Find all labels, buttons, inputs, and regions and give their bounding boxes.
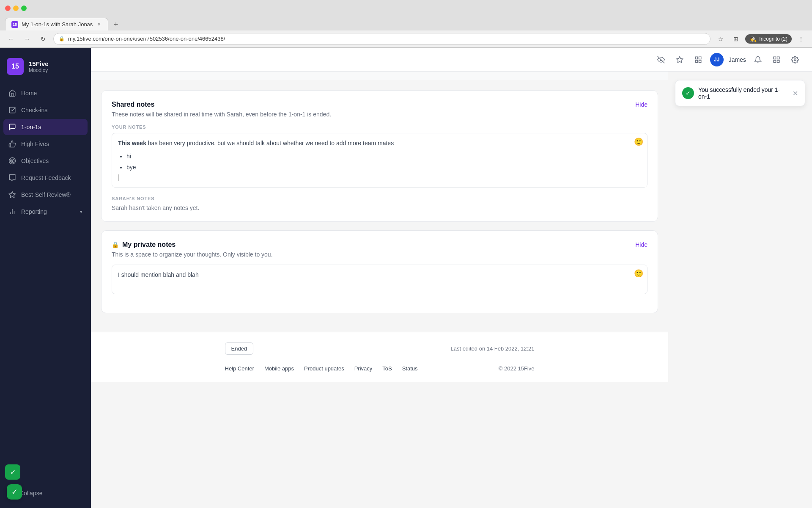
- hide-icon[interactable]: [654, 53, 668, 66]
- refresh-button[interactable]: ↻: [37, 33, 49, 45]
- footer-link-mobileapps[interactable]: Mobile apps: [264, 365, 294, 372]
- status-widget[interactable]: ✓: [5, 464, 20, 480]
- traffic-lights: [5, 6, 27, 11]
- footer-inner: Ended Last edited on 14 Feb 2022, 12:21 …: [215, 332, 545, 382]
- active-tab[interactable]: 15 My 1-on-1s with Sarah Jonas ✕: [5, 18, 108, 30]
- app-container: 15 15Five Moodjoy Home Check-ins: [0, 48, 812, 508]
- svg-rect-10: [695, 57, 697, 59]
- grid-icon[interactable]: [691, 53, 705, 66]
- app-subtitle: Moodjoy: [29, 67, 49, 73]
- extension-icon[interactable]: ⊞: [730, 33, 742, 45]
- right-panel: ✓ You successfully ended your 1-on-1 ✕: [668, 72, 812, 508]
- private-notes-header: 🔒 My private notes Hide: [112, 241, 647, 248]
- maximize-traffic-light[interactable]: [21, 6, 27, 11]
- shared-notes-card: Shared notes Hide These notes will be sh…: [101, 90, 658, 222]
- private-notes-text: I should mention blah and blah: [118, 271, 199, 278]
- svg-rect-12: [699, 60, 701, 62]
- sarahs-notes-label: SARAH'S NOTES: [112, 196, 647, 201]
- objectives-icon: [8, 157, 16, 165]
- svg-rect-16: [777, 60, 779, 62]
- private-notes-content[interactable]: I should mention blah and blah: [112, 265, 647, 294]
- 1on1s-icon: [8, 123, 16, 131]
- toast-close-button[interactable]: ✕: [793, 89, 798, 97]
- address-bar[interactable]: 🔒 my.15five.com/one-on-one/user/7502536/…: [53, 33, 710, 45]
- svg-rect-0: [9, 107, 15, 113]
- footer-link-helpcenter[interactable]: Help Center: [225, 365, 254, 372]
- bookmark-icon[interactable]: ☆: [715, 33, 727, 45]
- close-traffic-light[interactable]: [5, 6, 11, 11]
- success-toast: ✓ You successfully ended your 1-on-1 ✕: [675, 80, 805, 106]
- sidebar-item-label-bestself: Best-Self Review®: [21, 191, 71, 198]
- requestfeedback-icon: [8, 174, 16, 182]
- bottom-widget[interactable]: ✓: [7, 484, 22, 500]
- notes-list-item-hi: hi: [126, 151, 632, 162]
- notes-bold-text: This week: [118, 140, 146, 146]
- tab-close-button[interactable]: ✕: [96, 22, 102, 28]
- private-notes-hide-button[interactable]: Hide: [635, 241, 647, 248]
- private-header-left: 🔒 My private notes: [112, 241, 176, 248]
- app-logo-icon: 15: [7, 58, 24, 75]
- svg-rect-14: [774, 57, 776, 59]
- footer-link-status[interactable]: Status: [402, 365, 418, 372]
- notifications-icon[interactable]: [751, 53, 765, 66]
- bestself-icon: [8, 191, 16, 199]
- incognito-label: Incognito (2): [759, 36, 787, 42]
- toast-message: You successfully ended your 1-on-1: [698, 86, 788, 100]
- app-name: 15Five: [29, 60, 49, 67]
- your-notes-label: YOUR NOTES: [112, 124, 647, 130]
- star-icon[interactable]: [673, 53, 686, 66]
- sidebar-item-1on1s[interactable]: 1-on-1s: [3, 119, 88, 135]
- avatar-initials: JJ: [714, 57, 719, 63]
- sidebar-item-label-objectives: Objectives: [21, 157, 49, 164]
- sidebar-item-bestself[interactable]: Best-Self Review®: [3, 187, 88, 203]
- footer-link-privacy[interactable]: Privacy: [354, 365, 373, 372]
- highfives-icon: [8, 140, 16, 148]
- notes-list-item-bye: bye: [126, 162, 632, 173]
- sidebar-item-objectives[interactable]: Objectives: [3, 153, 88, 169]
- new-tab-button[interactable]: +: [110, 19, 122, 30]
- settings-icon[interactable]: [788, 53, 802, 66]
- scroll-area: Shared notes Hide These notes will be sh…: [91, 72, 812, 508]
- sidebar-item-reporting[interactable]: Reporting ▾: [3, 204, 88, 220]
- reporting-icon: [8, 208, 16, 215]
- emoji-button-private-notes[interactable]: 🙂: [634, 269, 643, 278]
- ended-badge: Ended: [225, 342, 254, 355]
- sidebar-item-highfives[interactable]: High Fives: [3, 136, 88, 152]
- sidebar-item-checkins[interactable]: Check-ins: [3, 102, 88, 118]
- footer-link-productupdates[interactable]: Product updates: [304, 365, 344, 372]
- collapse-label: Collapse: [19, 490, 42, 497]
- emoji-button-your-notes[interactable]: 🙂: [634, 137, 643, 146]
- private-notes-box: I should mention blah and blah 🙂: [112, 265, 647, 294]
- lock-icon: 🔒: [112, 241, 119, 248]
- last-edited-text: Last edited on 14 Feb 2022, 12:21: [450, 345, 534, 352]
- header-username: James: [729, 56, 746, 63]
- footer-copyright: © 2022 15Five: [499, 365, 535, 372]
- shared-notes-hide-button[interactable]: Hide: [635, 101, 647, 108]
- your-notes-content[interactable]: This week has been very productive, but …: [112, 133, 647, 188]
- svg-point-3: [12, 160, 13, 162]
- forward-button[interactable]: →: [21, 33, 33, 45]
- svg-marker-9: [676, 56, 683, 62]
- user-avatar: JJ: [710, 53, 724, 66]
- success-check-icon: ✓: [682, 87, 694, 99]
- notes-list: hi bye: [126, 151, 632, 172]
- sidebar-item-home[interactable]: Home: [3, 85, 88, 101]
- minimize-traffic-light[interactable]: [13, 6, 19, 11]
- sidebar: 15 15Five Moodjoy Home Check-ins: [0, 48, 91, 508]
- scroll-inner: Shared notes Hide These notes will be sh…: [91, 72, 812, 508]
- svg-rect-17: [774, 60, 776, 62]
- cursor: [118, 174, 118, 181]
- apps-icon[interactable]: [770, 53, 783, 66]
- sidebar-logo: 15 15Five Moodjoy: [0, 55, 91, 85]
- menu-icon[interactable]: ⋮: [795, 33, 807, 45]
- private-notes-card: 🔒 My private notes Hide This is a space …: [101, 230, 658, 313]
- sidebar-item-requestfeedback[interactable]: Request Feedback: [3, 170, 88, 186]
- footer-link-tos[interactable]: ToS: [382, 365, 392, 372]
- incognito-badge: 🕵 Incognito (2): [745, 34, 792, 44]
- svg-rect-13: [695, 60, 697, 62]
- back-button[interactable]: ←: [5, 33, 17, 45]
- tab-bar: 15 My 1-on-1s with Sarah Jonas ✕ +: [0, 16, 812, 30]
- svg-rect-11: [699, 57, 701, 59]
- footer-links-row: Help Center Mobile apps Product updates …: [225, 360, 535, 377]
- sarahs-notes-empty: Sarah hasn't taken any notes yet.: [112, 204, 647, 211]
